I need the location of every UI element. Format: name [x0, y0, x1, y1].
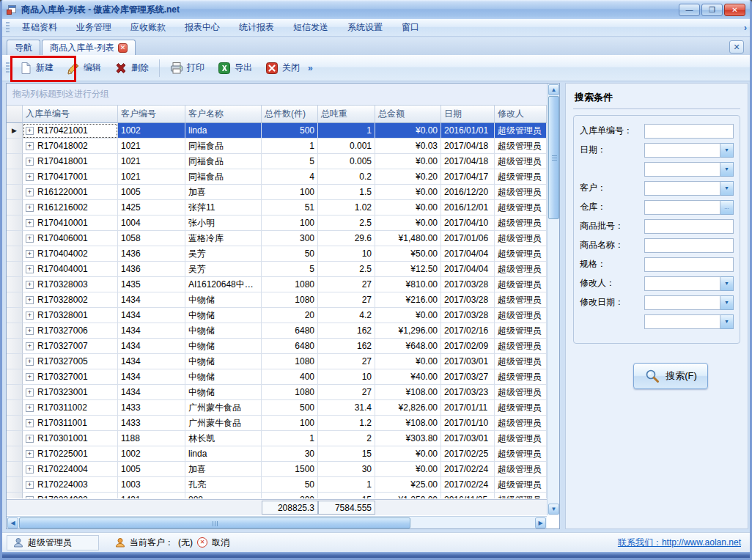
cell-6[interactable]: 2017/02/25: [441, 446, 495, 462]
cell-2[interactable]: 孔亮: [185, 477, 262, 493]
cell-6[interactable]: 2016/11/25: [441, 493, 495, 498]
cell-2[interactable]: 同福食品: [185, 139, 262, 154]
cell-5[interactable]: ¥0.00: [375, 185, 441, 200]
table-row[interactable]: +R1703230011434中物储108027¥108.002017/03/2…: [7, 385, 547, 400]
cell-6[interactable]: 2017/04/18: [441, 139, 495, 154]
delete-button[interactable]: 删除: [108, 58, 155, 78]
cell-7[interactable]: 超级管理员: [495, 385, 547, 400]
table-row[interactable]: +R1703110011433广州蒙牛食品1001.2¥108.002017/0…: [7, 416, 547, 431]
cell-7[interactable]: 超级管理员: [495, 215, 547, 231]
cell-6[interactable]: 2017/04/17: [441, 169, 495, 185]
expand-plus-icon[interactable]: +: [26, 404, 34, 412]
cell-0[interactable]: +R170327005: [23, 354, 118, 369]
table-row[interactable]: +R1703270051434中物储108027¥0.002017/03/01超…: [7, 354, 547, 369]
minimize-button[interactable]: —: [679, 4, 700, 16]
cell-7[interactable]: 超级管理员: [495, 277, 547, 292]
cell-6[interactable]: 2017/03/01: [441, 431, 495, 446]
cell-4[interactable]: 10: [318, 369, 375, 385]
scroll-right-icon[interactable]: ▶: [535, 517, 546, 528]
cell-1[interactable]: 1433: [118, 416, 185, 431]
cell-4[interactable]: 0.005: [318, 154, 375, 169]
expand-plus-icon[interactable]: +: [26, 173, 34, 181]
cell-3[interactable]: 5: [262, 154, 318, 169]
cell-5[interactable]: ¥2,826.00: [375, 400, 441, 416]
chevron-down-icon[interactable]: ▼: [720, 276, 734, 291]
table-row[interactable]: +R1703110021433广州蒙牛食品50031.4¥2,826.00201…: [7, 400, 547, 416]
cell-7[interactable]: 超级管理员: [495, 246, 547, 262]
cell-0[interactable]: +R170224002: [23, 493, 118, 498]
cell-5[interactable]: ¥1,250.00: [375, 493, 441, 498]
table-row[interactable]: +R170224002143188820015¥1,250.002016/11/…: [7, 493, 547, 498]
cell-1[interactable]: 1005: [118, 185, 185, 200]
cell-2[interactable]: 吴芳: [185, 262, 262, 277]
table-row[interactable]: +R1703280011434中物储204.2¥0.002017/03/28超级…: [7, 308, 547, 323]
column-header-7[interactable]: 修改人: [495, 106, 547, 123]
search-button[interactable]: 搜索(F): [633, 363, 708, 389]
cell-5[interactable]: ¥0.00: [375, 462, 441, 477]
cell-5[interactable]: ¥0.03: [375, 139, 441, 154]
cell-0[interactable]: +R170327007: [23, 339, 118, 354]
cell-6[interactable]: 2017/03/28: [441, 277, 495, 292]
cell-6[interactable]: 2016/01/01: [441, 123, 495, 139]
cell-2[interactable]: 中物储: [185, 323, 262, 339]
cell-3[interactable]: 50: [262, 246, 318, 262]
cell-4[interactable]: 1: [318, 477, 375, 493]
cell-1[interactable]: 1434: [118, 308, 185, 323]
cell-6[interactable]: 2017/03/23: [441, 385, 495, 400]
cell-3[interactable]: 51: [262, 200, 318, 215]
cell-5[interactable]: ¥1,296.00: [375, 323, 441, 339]
table-row[interactable]: +R1612200011005加喜1001.5¥0.002016/12/20超级…: [7, 185, 547, 200]
cell-0[interactable]: +R170224003: [23, 477, 118, 493]
cell-4[interactable]: 1.2: [318, 416, 375, 431]
cell-3[interactable]: 1080: [262, 354, 318, 369]
cell-0[interactable]: +R170418002: [23, 139, 118, 154]
cell-1[interactable]: 1005: [118, 462, 185, 477]
scroll-left-icon[interactable]: ◀: [7, 517, 18, 528]
cell-2[interactable]: 张小明: [185, 215, 262, 231]
search-input-customer[interactable]: [644, 181, 720, 196]
scroll-down-icon[interactable]: ▼: [548, 504, 559, 515]
cell-4[interactable]: 162: [318, 339, 375, 354]
cell-0[interactable]: +R170410001: [23, 215, 118, 231]
expand-plus-icon[interactable]: +: [26, 450, 34, 458]
column-header-4[interactable]: 总吨重: [318, 106, 375, 123]
column-header-5[interactable]: 总金额: [375, 106, 441, 123]
cell-0[interactable]: +R170406001: [23, 231, 118, 246]
cell-6[interactable]: 2017/03/28: [441, 292, 495, 308]
cell-5[interactable]: ¥40.00: [375, 369, 441, 385]
cell-0[interactable]: +R170418001: [23, 154, 118, 169]
cell-3[interactable]: 1080: [262, 385, 318, 400]
cell-4[interactable]: 1: [318, 123, 375, 139]
expand-plus-icon[interactable]: +: [26, 481, 34, 489]
cell-7[interactable]: 超级管理员: [495, 431, 547, 446]
table-row[interactable]: ▶+R1704210011002linda5001¥0.002016/01/01…: [7, 123, 547, 139]
cell-3[interactable]: 4: [262, 169, 318, 185]
cell-4[interactable]: 162: [318, 323, 375, 339]
expand-plus-icon[interactable]: +: [26, 327, 34, 335]
column-header-3[interactable]: 总件数(件): [262, 106, 318, 123]
cell-7[interactable]: 超级管理员: [495, 339, 547, 354]
cell-2[interactable]: linda: [185, 123, 262, 139]
cell-2[interactable]: 吴芳: [185, 246, 262, 262]
cell-7[interactable]: 超级管理员: [495, 493, 547, 498]
expand-plus-icon[interactable]: +: [26, 373, 34, 381]
cell-2[interactable]: 同福食品: [185, 154, 262, 169]
table-row[interactable]: +R1703010011188林长凯12¥303.802017/03/01超级管…: [7, 431, 547, 446]
column-header-1[interactable]: 客户编号: [118, 106, 185, 123]
expand-plus-icon[interactable]: +: [26, 204, 34, 212]
cell-4[interactable]: 27: [318, 277, 375, 292]
cell-1[interactable]: 1436: [118, 262, 185, 277]
cell-1[interactable]: 1002: [118, 123, 185, 139]
search-input-modifier[interactable]: [644, 276, 720, 291]
search-input-receipt-no[interactable]: [644, 124, 734, 139]
cell-0[interactable]: +R161220001: [23, 185, 118, 200]
table-row[interactable]: +R1703270011434中物储40010¥40.002017/03/27超…: [7, 369, 547, 385]
cell-6[interactable]: 2017/04/04: [441, 246, 495, 262]
cell-3[interactable]: 100: [262, 215, 318, 231]
cell-6[interactable]: 2017/04/04: [441, 262, 495, 277]
cell-1[interactable]: 1433: [118, 400, 185, 416]
search-input-modify-date-to[interactable]: [644, 314, 720, 329]
chevron-down-icon[interactable]: ▼: [720, 181, 734, 196]
new-button[interactable]: 新建: [12, 58, 60, 78]
cell-5[interactable]: ¥0.00: [375, 308, 441, 323]
